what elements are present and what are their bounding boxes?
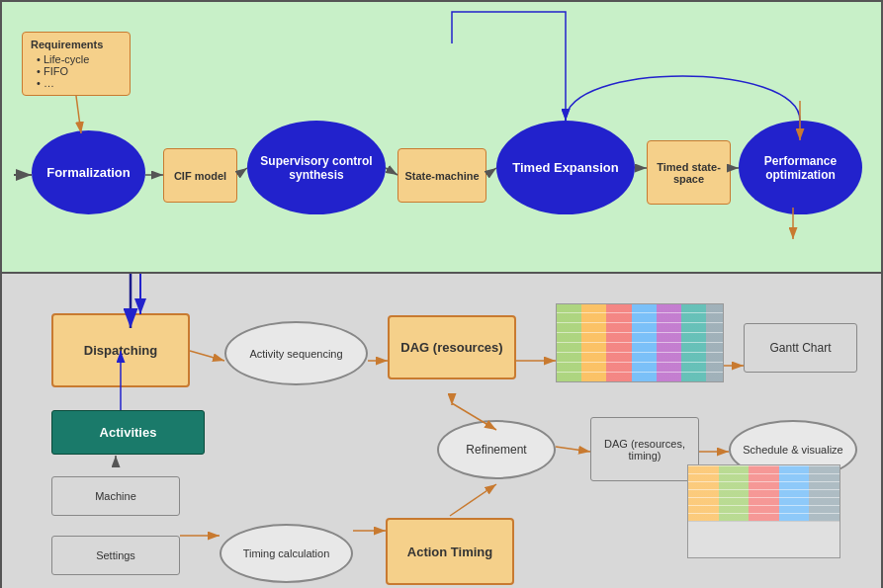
dag-resources-node: DAG (resources) — [388, 315, 516, 379]
req-item-2: FIFO — [37, 65, 122, 77]
timed-expansion-node: Timed Expansion — [496, 121, 635, 214]
schedule-preview-bottom — [688, 521, 839, 557]
gantt-preview-rows — [557, 304, 723, 381]
timing-calculation-node: Timing calculation — [220, 524, 353, 583]
schedule-preview — [687, 464, 840, 558]
activities-node: Activities — [51, 410, 205, 455]
schedule-preview-lines — [688, 465, 839, 521]
activity-sequencing-node: Activity sequencing — [224, 321, 368, 385]
top-section: Requirements Life-cycle FIFO … Formaliza… — [2, 2, 881, 274]
formalization-node: Formalization — [32, 130, 145, 214]
bottom-section: Dispatching Activities Machine Settings … — [2, 274, 881, 588]
dispatching-node: Dispatching — [51, 313, 190, 387]
dag-resources-timing-node: DAG (resources, timing) — [590, 417, 699, 481]
requirements-box: Requirements Life-cycle FIFO … — [22, 32, 131, 96]
action-timing-node: Action Timing — [386, 518, 514, 585]
main-container: Requirements Life-cycle FIFO … Formaliza… — [0, 0, 883, 588]
req-item-3: … — [37, 77, 122, 89]
gantt-preview — [556, 303, 724, 382]
requirements-list: Life-cycle FIFO … — [31, 53, 122, 89]
machine-node: Machine — [51, 476, 180, 516]
performance-node: Performance optimization — [739, 121, 862, 214]
timed-state-space-node: Timed state-space — [647, 140, 731, 205]
gantt-chart-node: Gantt Chart — [744, 323, 857, 373]
settings-node: Settings — [51, 536, 180, 575]
refinement-node: Refinement — [437, 420, 556, 479]
requirements-title: Requirements — [31, 39, 122, 50]
supervisory-node: Supervisory control synthesis — [247, 121, 386, 214]
cif-model-node: CIF model — [163, 148, 237, 203]
req-item-1: Life-cycle — [37, 53, 122, 65]
state-machine-node: State-machine — [397, 148, 486, 203]
